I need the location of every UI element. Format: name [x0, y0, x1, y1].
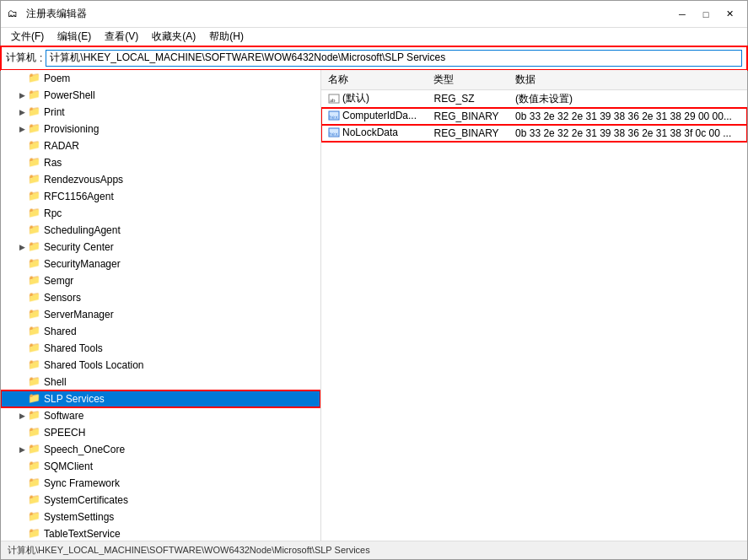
tree-item-tabletextservice[interactable]: 📁TableTextService [1, 525, 320, 541]
tree-item-rfc1156agent[interactable]: 📁RFC1156Agent [1, 188, 320, 205]
tree-item-software[interactable]: ▶📁Software [1, 407, 320, 424]
svg-text:hex: hex [329, 131, 338, 137]
tree-item-securitymanager[interactable]: 📁SecurityManager [1, 256, 320, 272]
value-icon-computerid: hex [328, 110, 340, 121]
expand-icon-securitycenter[interactable]: ▶ [16, 241, 28, 253]
expand-icon-shell[interactable] [16, 376, 28, 388]
expand-icon-syncframework[interactable] [16, 477, 28, 489]
expand-icon-rfc1156agent[interactable] [16, 191, 28, 202]
table-row-computerid[interactable]: hexComputerIdDa...REG_BINARY0b 33 2e 32 … [321, 108, 747, 125]
folder-icon-provisioning: 📁 [28, 122, 41, 136]
tree-item-schedulingagent[interactable]: 📁SchedulingAgent [1, 222, 320, 239]
tree-item-speech[interactable]: 📁SPEECH [1, 424, 320, 441]
tree-label-sharedtoolslocation: Shared Tools Location [44, 359, 144, 371]
tree-item-provisioning[interactable]: ▶📁Provisioning [1, 121, 320, 137]
expand-icon-sensors[interactable] [16, 292, 28, 304]
tree-item-servermanager[interactable]: 📁ServerManager [1, 306, 320, 323]
value-name-nolockdata: NoLockData [342, 127, 398, 138]
title-controls: ─ □ ✕ [671, 6, 740, 23]
folder-icon-sharedtools: 📁 [28, 342, 41, 355]
folder-icon-rfc1156agent: 📁 [28, 190, 41, 203]
tree-item-systemsettings[interactable]: 📁SystemSettings [1, 509, 320, 525]
title-bar: 🗂 注册表编辑器 ─ □ ✕ [1, 1, 747, 28]
tree-item-poem[interactable]: 📁Poem [1, 70, 320, 87]
expand-icon-systemsettings[interactable] [16, 511, 28, 523]
address-input[interactable] [46, 50, 742, 67]
maximize-button[interactable]: □ [695, 6, 717, 23]
folder-icon-speech: 📁 [28, 426, 41, 439]
folder-icon-shared: 📁 [28, 325, 41, 338]
folder-icon-rpc: 📁 [28, 207, 41, 220]
tree-item-speechonecore[interactable]: ▶📁Speech_OneCore [1, 441, 320, 458]
close-button[interactable]: ✕ [718, 6, 740, 23]
col-name: 名称 [321, 70, 427, 90]
tree-item-sqmclient[interactable]: 📁SQMClient [1, 458, 320, 475]
expand-icon-semgr[interactable] [16, 275, 28, 287]
expand-icon-poem[interactable] [16, 73, 28, 84]
expand-icon-provisioning[interactable]: ▶ [16, 123, 28, 135]
folder-icon-radar: 📁 [28, 139, 41, 153]
tree-item-slpservices[interactable]: 📁SLP Services [1, 390, 320, 407]
expand-icon-rendezvousapps[interactable] [16, 174, 28, 186]
tree-item-rpc[interactable]: 📁Rpc [1, 205, 320, 222]
tree-item-radar[interactable]: 📁RADAR [1, 137, 320, 154]
folder-icon-systemcertificates: 📁 [28, 493, 41, 507]
expand-icon-systemcertificates[interactable] [16, 494, 28, 506]
menu-edit[interactable]: 编辑(E) [51, 28, 98, 46]
table-row-default[interactable]: ab(默认)REG_SZ(数值未设置) [321, 90, 747, 109]
tree-item-rendezvousapps[interactable]: 📁RendezvousApps [1, 171, 320, 188]
status-bar: 计算机\HKEY_LOCAL_MACHINE\SOFTWARE\WOW6432N… [1, 541, 747, 559]
expand-icon-ras[interactable] [16, 157, 28, 169]
tree-item-systemcertificates[interactable]: 📁SystemCertificates [1, 492, 320, 509]
folder-icon-sensors: 📁 [28, 291, 41, 304]
tree-item-shared[interactable]: 📁Shared [1, 323, 320, 340]
menu-view[interactable]: 查看(V) [98, 28, 145, 46]
tree-item-print[interactable]: ▶📁Print [1, 104, 320, 121]
menu-favorites[interactable]: 收藏夹(A) [145, 28, 202, 46]
expand-icon-servermanager[interactable] [16, 309, 28, 320]
tree-item-powershell[interactable]: ▶📁PowerShell [1, 87, 320, 104]
folder-icon-rendezvousapps: 📁 [28, 173, 41, 186]
tree-label-sharedtools: Shared Tools [44, 342, 103, 354]
expand-icon-schedulingagent[interactable] [16, 224, 28, 236]
tree-label-poem: Poem [44, 73, 70, 84]
expand-icon-tabletextservice[interactable] [16, 528, 28, 540]
table-row-nolockdata[interactable]: hexNoLockDataREG_BINARY0b 33 2e 32 2e 31… [321, 125, 747, 142]
expand-icon-powershell[interactable]: ▶ [16, 89, 28, 101]
expand-icon-speechonecore[interactable]: ▶ [16, 444, 28, 455]
tree-panel: 📁Poem▶📁PowerShell▶📁Print▶📁Provisioning📁R… [1, 70, 321, 541]
col-data: 数据 [509, 70, 747, 90]
tree-item-sharedtoolslocation[interactable]: 📁Shared Tools Location [1, 357, 320, 374]
tree-item-shell[interactable]: 📁Shell [1, 374, 320, 390]
tree-item-sensors[interactable]: 📁Sensors [1, 289, 320, 306]
expand-icon-print[interactable]: ▶ [16, 106, 28, 118]
expand-icon-radar[interactable] [16, 140, 28, 152]
menu-help[interactable]: 帮助(H) [202, 28, 250, 46]
folder-icon-securitycenter: 📁 [28, 240, 41, 254]
tree-item-sharedtools[interactable]: 📁Shared Tools [1, 340, 320, 357]
menu-file[interactable]: 文件(F) [4, 28, 51, 46]
tree-label-rpc: Rpc [44, 207, 62, 219]
expand-icon-sqmclient[interactable] [16, 460, 28, 472]
values-body: ab(默认)REG_SZ(数值未设置)hexComputerIdDa...REG… [321, 90, 747, 143]
expand-icon-speech[interactable] [16, 427, 28, 439]
minimize-button[interactable]: ─ [671, 6, 693, 23]
expand-icon-sharedtools[interactable] [16, 342, 28, 354]
expand-icon-securitymanager[interactable] [16, 258, 28, 270]
tree-label-schedulingagent: SchedulingAgent [44, 224, 121, 236]
title-bar-left: 🗂 注册表编辑器 [8, 7, 87, 21]
tree-item-securitycenter[interactable]: ▶📁Security Center [1, 239, 320, 256]
expand-icon-software[interactable]: ▶ [16, 410, 28, 422]
expand-icon-slpservices[interactable] [16, 393, 28, 405]
cell-name-default: ab(默认) [321, 90, 427, 109]
expand-icon-sharedtoolslocation[interactable] [16, 359, 28, 371]
tree-label-systemcertificates: SystemCertificates [44, 494, 128, 506]
expand-icon-rpc[interactable] [16, 207, 28, 219]
right-panel: 名称 类型 数据 ab(默认)REG_SZ(数值未设置)hexComputerI… [321, 70, 747, 541]
tree-item-semgr[interactable]: 📁Semgr [1, 272, 320, 289]
tree-label-print: Print [44, 106, 65, 118]
tree-item-syncframework[interactable]: 📁Sync Framework [1, 475, 320, 492]
expand-icon-shared[interactable] [16, 326, 28, 337]
folder-icon-slpservices: 📁 [28, 392, 41, 406]
tree-item-ras[interactable]: 📁Ras [1, 154, 320, 171]
